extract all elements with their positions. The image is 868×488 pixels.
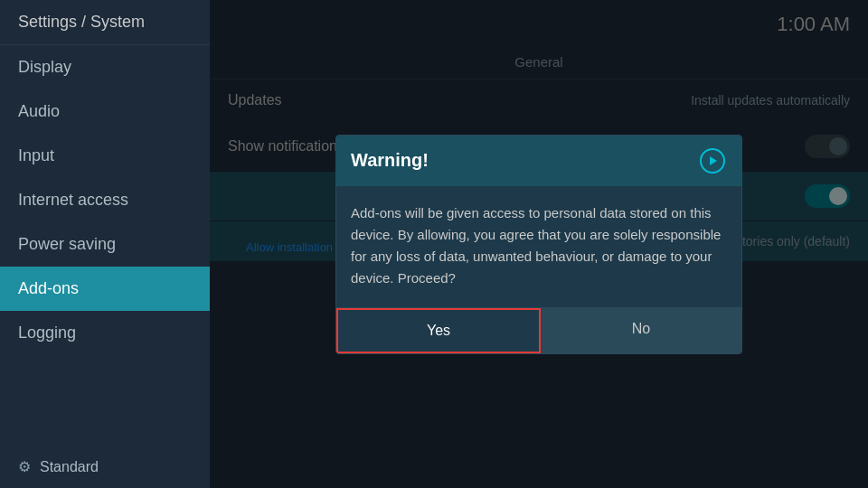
warning-dialog: Warning! Add-ons will be given access to…: [335, 135, 742, 354]
sidebar-item-label: Input: [18, 146, 54, 165]
kodi-logo: [698, 146, 727, 175]
dialog-message: Add-ons will be given access to personal…: [351, 205, 721, 286]
sidebar-bottom: ⚙ Standard: [0, 446, 210, 488]
dialog-footer: Yes No: [336, 307, 741, 353]
dialog-body: Add-ons will be given access to personal…: [336, 186, 741, 307]
sidebar-title: Settings / System: [18, 13, 145, 31]
main-content: 1:00 AM General Updates Install updates …: [210, 0, 868, 488]
dialog-yes-button[interactable]: Yes: [336, 308, 541, 353]
no-label: No: [632, 321, 650, 336]
sidebar-nav: Settings / System Display Audio Input In…: [0, 0, 210, 355]
sidebar-item-label: Power saving: [18, 235, 116, 254]
sidebar-item-internet-access[interactable]: Internet access: [0, 178, 210, 222]
dialog-header: Warning!: [336, 136, 741, 186]
sidebar-item-add-ons[interactable]: Add-ons: [0, 267, 210, 311]
sidebar-item-label: Add-ons: [18, 279, 79, 298]
sidebar-item-input[interactable]: Input: [0, 134, 210, 178]
dialog-overlay: Warning! Add-ons will be given access to…: [210, 0, 868, 488]
sidebar-item-display[interactable]: Display: [0, 45, 210, 89]
sidebar-item-power-saving[interactable]: Power saving: [0, 222, 210, 267]
sidebar-item-audio[interactable]: Audio: [0, 89, 210, 134]
sidebar-standard-label: Standard: [40, 459, 99, 475]
gear-icon: ⚙: [18, 458, 31, 475]
dialog-title: Warning!: [351, 150, 429, 171]
sidebar-item-label: Logging: [18, 324, 76, 343]
dialog-no-button[interactable]: No: [541, 308, 741, 353]
kodi-logo-inner: [700, 148, 725, 174]
sidebar: Settings / System Display Audio Input In…: [0, 0, 210, 488]
yes-label: Yes: [427, 323, 450, 338]
sidebar-item-label: Audio: [18, 102, 60, 121]
sidebar-item-label: Internet access: [18, 191, 128, 210]
sidebar-item-label: Display: [18, 58, 71, 77]
sidebar-item-logging[interactable]: Logging: [0, 311, 210, 355]
sidebar-header: Settings / System: [0, 0, 210, 45]
